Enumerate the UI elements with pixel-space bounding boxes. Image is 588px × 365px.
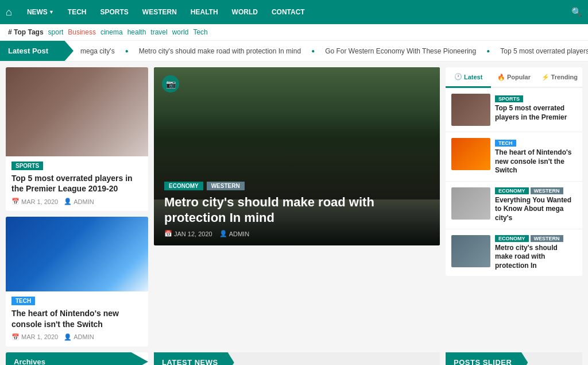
sidebar-title-3: Everything You Wanted to Know About mega… bbox=[495, 196, 577, 223]
ticker-content: mega city's ● Metro city's should make r… bbox=[74, 47, 588, 55]
nav-contact[interactable]: CONTACT bbox=[265, 0, 312, 24]
sidebar-tag-sports-1: SPORTS bbox=[495, 95, 523, 102]
right-column: 🕐 Latest 🔥 Popular ⚡ Trending SPORTS Top… bbox=[446, 67, 582, 347]
main-nav: ⌂ NEWS ▼ TECH SPORTS WESTERN HEALTH WORL… bbox=[0, 0, 588, 24]
card-sports[interactable]: SPORTS Top 5 most overrated players in t… bbox=[6, 67, 148, 211]
sidebar-article-3[interactable]: ECONOMY WESTERN Everything You Wanted to… bbox=[446, 182, 582, 229]
featured-tag-western: WESTERN bbox=[207, 182, 245, 190]
card-tech-date: 📅 MAR 1, 2020 bbox=[11, 333, 58, 341]
card-sports-image bbox=[6, 67, 148, 156]
sidebar-thumb-2 bbox=[451, 138, 490, 170]
card-tech-title: The heart of Nintendo's new console isn'… bbox=[11, 308, 142, 329]
card-tech-image bbox=[6, 217, 148, 291]
card-tech-content: TECH The heart of Nintendo's new console… bbox=[6, 291, 148, 346]
tag-world[interactable]: world bbox=[172, 28, 189, 36]
featured-content: ECONOMY WESTERN Metro city's should make… bbox=[154, 174, 440, 245]
card-sports-author: 👤 ADMIN bbox=[64, 198, 94, 205]
card-tech-tag: TECH bbox=[11, 297, 35, 305]
nav-sports[interactable]: SPORTS bbox=[93, 0, 135, 24]
tag-business[interactable]: Business bbox=[68, 28, 96, 36]
sidebar-title-2: The heart of Nintendo's new console isn'… bbox=[495, 148, 577, 175]
main-content: SPORTS Top 5 most overrated players in t… bbox=[0, 62, 588, 352]
featured-tag-economy: ECONOMY bbox=[164, 182, 203, 190]
tab-latest[interactable]: 🕐 Latest bbox=[446, 67, 491, 88]
sidebar-thumb-1 bbox=[451, 94, 490, 126]
featured-camera: 📷 bbox=[162, 75, 179, 93]
tabs-widget: 🕐 Latest 🔥 Popular ⚡ Trending SPORTS Top… bbox=[446, 67, 582, 276]
tag-sport[interactable]: sport bbox=[48, 28, 64, 36]
sidebar-title-1: Top 5 most overrated players in the Prem… bbox=[495, 104, 577, 122]
featured-author: 👤 ADMIN bbox=[219, 230, 249, 237]
sidebar-tag-economy-1: ECONOMY bbox=[495, 187, 529, 194]
search-icon[interactable]: 🔍 bbox=[571, 7, 582, 17]
latest-news-header: LATEST NEWS bbox=[154, 352, 234, 365]
nav-news[interactable]: NEWS ▼ bbox=[20, 0, 61, 24]
nav-links: NEWS ▼ TECH SPORTS WESTERN HEALTH WORLD … bbox=[20, 0, 312, 24]
tag-health[interactable]: health bbox=[127, 28, 146, 36]
ticker-dot-3: ● bbox=[486, 48, 490, 54]
sidebar-article-2-content: TECH The heart of Nintendo's new console… bbox=[495, 138, 577, 175]
featured-date: 📅 JAN 12, 2020 bbox=[164, 230, 212, 237]
tabs-header: 🕐 Latest 🔥 Popular ⚡ Trending bbox=[446, 67, 582, 88]
card-sports-tag: SPORTS bbox=[11, 162, 43, 170]
card-sports-title: Top 5 most overrated players in the Prem… bbox=[11, 173, 142, 194]
left-column: SPORTS Top 5 most overrated players in t… bbox=[6, 67, 148, 347]
card-tech-meta: 📅 MAR 1, 2020 👤 ADMIN bbox=[11, 333, 142, 341]
sidebar-article-4[interactable]: ECONOMY WESTERN Metro city's should make… bbox=[446, 229, 582, 276]
sidebar-article-4-content: ECONOMY WESTERN Metro city's should make… bbox=[495, 235, 577, 271]
top-tags-label: # Top Tags bbox=[8, 28, 44, 36]
nav-western[interactable]: WESTERN bbox=[136, 0, 184, 24]
featured-card[interactable]: 📷 ECONOMY WESTERN Metro city's should ma… bbox=[154, 67, 440, 245]
sidebar-tag-western-1: WESTERN bbox=[531, 187, 563, 194]
nav-world[interactable]: WORLD bbox=[225, 0, 265, 24]
sidebar-tag-economy-2: ECONOMY bbox=[495, 235, 529, 242]
sidebar-article-1-content: SPORTS Top 5 most overrated players in t… bbox=[495, 94, 577, 126]
latest-news-header-wrap: LATEST NEWS bbox=[154, 352, 440, 365]
featured-meta: 📅 JAN 12, 2020 👤 ADMIN bbox=[164, 230, 430, 237]
sidebar-tag-tech-1: TECH bbox=[495, 140, 516, 147]
ticker-item-4[interactable]: Top 5 most overrated players in the Prem… bbox=[500, 47, 588, 55]
archives-header: Archives bbox=[6, 352, 148, 365]
ticker-item-2[interactable]: Metro city's should make road with prote… bbox=[139, 47, 301, 55]
sidebar-thumb-3 bbox=[451, 187, 490, 220]
posts-slider-col: POSTS SLIDER bbox=[446, 352, 582, 365]
ticker-item-3[interactable]: Go For Western Economy With These Pionee… bbox=[325, 47, 476, 55]
sidebar-article-3-content: ECONOMY WESTERN Everything You Wanted to… bbox=[495, 187, 577, 223]
tab-popular[interactable]: 🔥 Popular bbox=[491, 67, 536, 87]
sidebar-article-1[interactable]: SPORTS Top 5 most overrated players in t… bbox=[446, 88, 582, 132]
ticker-item-1[interactable]: mega city's bbox=[80, 47, 115, 55]
tag-travel[interactable]: travel bbox=[150, 28, 167, 36]
bottom-section: Archives March 2020 January 2020 Categor… bbox=[0, 352, 588, 365]
sidebar-title-4: Metro city's should make road with prote… bbox=[495, 244, 577, 271]
top-tags-bar: # Top Tags sport Business cinema health … bbox=[0, 24, 588, 41]
center-column: 📷 ECONOMY WESTERN Metro city's should ma… bbox=[154, 67, 440, 347]
home-icon[interactable]: ⌂ bbox=[6, 6, 12, 18]
ticker-dot-2: ● bbox=[311, 48, 315, 54]
left-bottom-col: Archives March 2020 January 2020 Categor… bbox=[6, 352, 148, 365]
tab-trending[interactable]: ⚡ Trending bbox=[537, 67, 582, 87]
card-sports-date: 📅 MAR 1, 2020 bbox=[11, 198, 58, 205]
card-tech[interactable]: TECH The heart of Nintendo's new console… bbox=[6, 217, 148, 346]
latest-news-col: LATEST NEWS ECONOMY WESTERN Everything Y… bbox=[154, 352, 440, 365]
sidebar-tag-western-2: WESTERN bbox=[531, 235, 563, 242]
tag-cinema[interactable]: cinema bbox=[100, 28, 123, 36]
sidebar-thumb-4 bbox=[451, 235, 490, 267]
card-sports-meta: 📅 MAR 1, 2020 👤 ADMIN bbox=[11, 198, 142, 205]
sidebar-article-2[interactable]: TECH The heart of Nintendo's new console… bbox=[446, 132, 582, 182]
archives-widget: Archives March 2020 January 2020 bbox=[6, 352, 148, 365]
nav-tech[interactable]: TECH bbox=[61, 0, 94, 24]
ticker-label: Latest Post bbox=[0, 41, 74, 61]
featured-title: Metro city's should make road with prote… bbox=[164, 195, 430, 225]
featured-tags: ECONOMY WESTERN bbox=[164, 182, 430, 190]
tag-tech[interactable]: Tech bbox=[193, 28, 207, 36]
nav-health[interactable]: HEALTH bbox=[184, 0, 225, 24]
posts-slider-header-wrap: POSTS SLIDER bbox=[446, 352, 582, 365]
ticker-bar: Latest Post mega city's ● Metro city's s… bbox=[0, 41, 588, 62]
posts-slider-header: POSTS SLIDER bbox=[446, 352, 528, 365]
ticker-dot-1: ● bbox=[125, 48, 129, 54]
card-tech-author: 👤 ADMIN bbox=[64, 333, 94, 341]
card-sports-content: SPORTS Top 5 most overrated players in t… bbox=[6, 156, 148, 211]
